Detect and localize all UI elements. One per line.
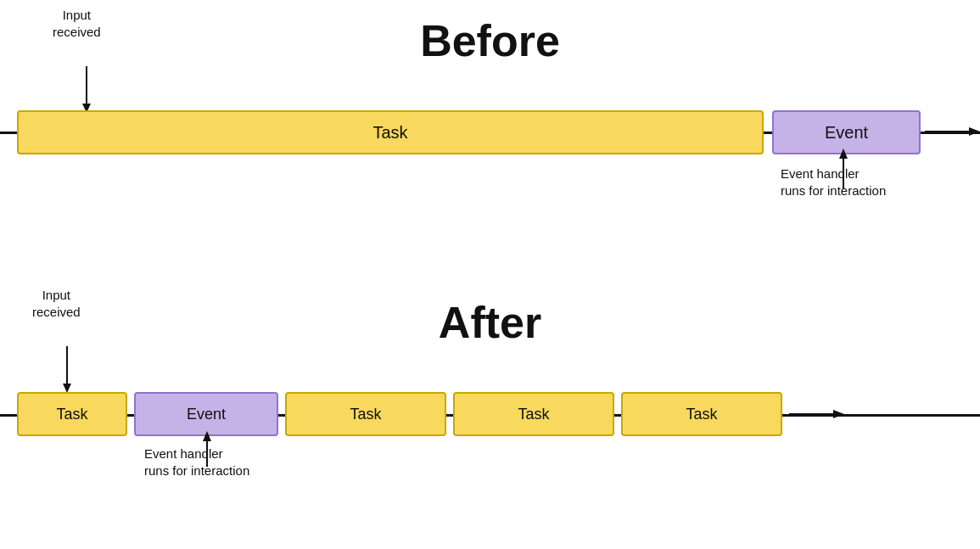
after-task-block-1: Task: [17, 392, 127, 436]
svg-marker-3: [969, 127, 980, 136]
after-title: After: [439, 297, 541, 348]
after-task-block-2: Task: [285, 392, 446, 436]
svg-marker-9: [833, 410, 844, 418]
after-task-block-4: Task: [621, 392, 782, 436]
svg-marker-11: [203, 431, 211, 441]
after-input-label: Inputreceived: [32, 287, 81, 320]
before-event-handler-label: Event handlerruns for interaction: [781, 165, 886, 199]
after-arrow-right: [789, 408, 832, 422]
after-input-arrow: [61, 346, 73, 393]
before-task-block: Task: [17, 110, 764, 154]
svg-marker-5: [839, 148, 848, 159]
after-event-block: Event: [134, 392, 278, 436]
diagram-container: Before Inputreceived Task Event Event ha…: [0, 0, 980, 549]
after-task-block-3: Task: [453, 392, 614, 436]
before-input-label: Inputreceived: [53, 7, 101, 40]
before-arrow-right: [925, 126, 967, 139]
before-title: Before: [420, 15, 560, 66]
before-input-arrow: [81, 66, 92, 113]
after-event-handler-label: Event handlerruns for interaction: [144, 445, 249, 479]
